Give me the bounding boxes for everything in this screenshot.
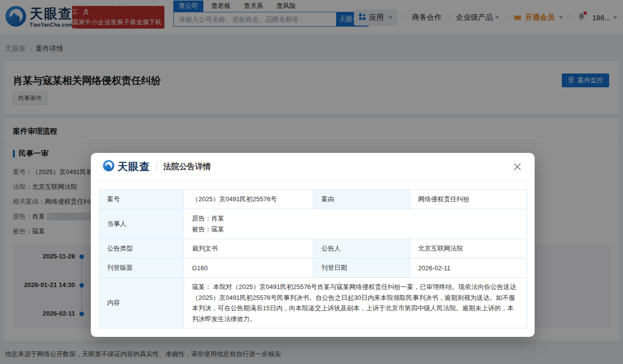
modal-brand: 天眼查 — [117, 160, 150, 174]
table-row: 当事人 原告：肖某 被告：寇某 — [99, 209, 527, 239]
cause-label: 案由 — [313, 190, 410, 209]
parties-value: 原告：肖某 被告：寇某 — [184, 209, 527, 239]
case-no-value: （2025）京0491民初25576号 — [184, 190, 313, 209]
close-icon — [513, 163, 521, 171]
tianyancha-logo-icon — [103, 160, 115, 174]
modal-title: 法院公告详情 — [163, 162, 211, 172]
type-label: 公告类型 — [99, 239, 184, 258]
modal-header: 天眼查 法院公告详情 — [91, 153, 535, 181]
publish-date-value: 2026-02-11 — [410, 258, 527, 278]
table-row: 内容 寇某： 本院对（2025）京0491民初25576号肖某与寇某网络侵权责任… — [99, 278, 527, 328]
modal-close-button[interactable] — [512, 161, 523, 172]
table-row: 案号 （2025）京0491民初25576号 案由 网络侵权责任纠纷 — [99, 190, 527, 209]
case-no-label: 案号 — [99, 190, 184, 209]
announcer-value: 北京互联网法院 — [410, 239, 527, 258]
page-value: G160 — [184, 258, 313, 278]
modal-brand-divider — [156, 162, 157, 171]
content-label: 内容 — [99, 278, 184, 328]
table-row: 刊登版面 G160 刊登日期 2026-02-11 — [99, 258, 527, 278]
court-announcement-modal: 天眼查 法院公告详情 案号 （2025）京0491民初25576号 案由 网络侵… — [91, 153, 535, 337]
plaintiff-line: 原告：肖某 — [192, 213, 519, 224]
page-label: 刊登版面 — [99, 258, 184, 278]
announcement-table: 案号 （2025）京0491民初25576号 案由 网络侵权责任纠纷 当事人 原… — [99, 189, 527, 328]
announcer-label: 公告人 — [313, 239, 410, 258]
parties-label: 当事人 — [99, 209, 184, 239]
table-row: 公告类型 裁判文书 公告人 北京互联网法院 — [99, 239, 527, 258]
cause-value: 网络侵权责任纠纷 — [410, 190, 527, 209]
defendant-line: 被告：寇某 — [192, 224, 519, 235]
publish-date-label: 刊登日期 — [313, 258, 410, 278]
page: 天眼查 TianYanCha.com 都 在 用 的 商 业 查 询 工 具 国… — [0, 0, 623, 364]
type-value: 裁判文书 — [184, 239, 313, 258]
content-value: 寇某： 本院对（2025）京0491民初25576号肖某与寇某网络侵权责任纠纷一… — [184, 278, 527, 328]
